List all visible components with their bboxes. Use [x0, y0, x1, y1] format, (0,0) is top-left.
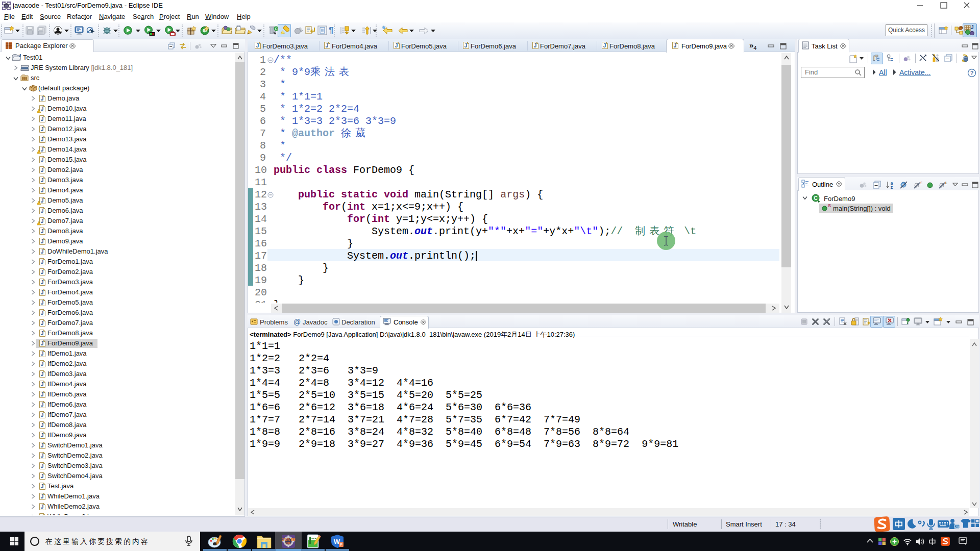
svg-text:C: C	[275, 27, 277, 31]
svg-text:IDE: IDE	[286, 541, 292, 545]
svg-text:?: ?	[970, 70, 974, 76]
svg-text:J: J	[971, 24, 974, 30]
svg-text:S: S	[920, 181, 922, 185]
svg-text:JAVA EE: JAVA EE	[282, 538, 296, 541]
svg-text:P: P	[340, 542, 342, 547]
svg-text:z: z	[891, 185, 893, 189]
svg-text:25: 25	[955, 525, 959, 529]
svg-text:C: C	[814, 195, 817, 201]
svg-text:L: L	[945, 181, 947, 185]
